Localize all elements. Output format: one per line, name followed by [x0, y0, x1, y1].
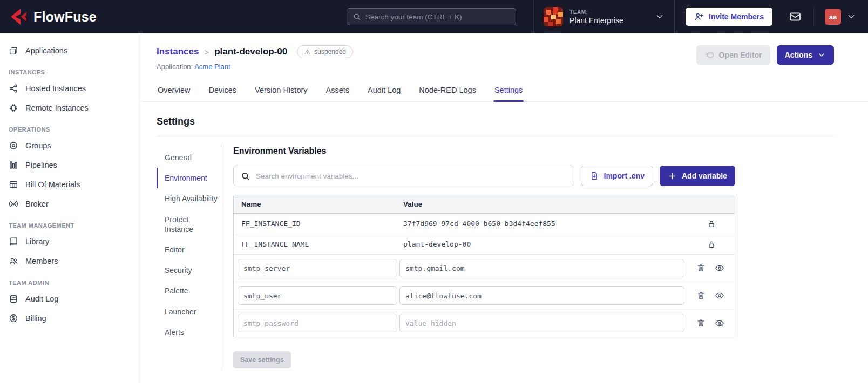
actions-button[interactable]: Actions: [777, 45, 834, 65]
delete-variable-button[interactable]: [695, 290, 707, 302]
sidebar-item-applications[interactable]: Applications: [0, 41, 141, 60]
trash-icon: [696, 291, 706, 300]
mail-icon: [789, 10, 802, 23]
sidebar-item-broker[interactable]: Broker: [0, 194, 141, 214]
row-actions: [686, 317, 732, 329]
team-search[interactable]: [347, 8, 516, 25]
toggle-visibility-button[interactable]: [714, 317, 725, 329]
page-title: plant-develop-00: [214, 46, 287, 57]
toggle-visibility-button[interactable]: [714, 262, 725, 274]
sidebar-item-members[interactable]: Members: [0, 251, 141, 271]
notifications-button[interactable]: [783, 8, 814, 26]
settings-heading: Settings: [157, 116, 853, 127]
sidebar-item-label: Hosted Instances: [25, 84, 86, 93]
tab-assets[interactable]: Assets: [325, 79, 351, 101]
chevron-down-icon: [655, 12, 664, 22]
sidebar-item-audit-log[interactable]: Audit Log: [0, 289, 141, 309]
team-name: Plant Enterprise: [569, 16, 648, 25]
subnav-protect-instance[interactable]: Protect Instance: [157, 209, 221, 240]
sidebar-item-groups[interactable]: Groups: [0, 136, 141, 155]
tab-overview[interactable]: Overview: [157, 79, 191, 101]
row-actions: [688, 220, 735, 228]
env-name-input[interactable]: [238, 314, 397, 332]
delete-variable-button[interactable]: [695, 262, 707, 274]
invite-wrap: Invite Members: [675, 8, 783, 26]
env-name-input[interactable]: [238, 259, 397, 277]
sidebar-section-team-management: TEAM MANAGEMENT: [0, 214, 141, 232]
application-link[interactable]: Acme Plant: [194, 63, 230, 71]
sidebar-item-bill-of-materials[interactable]: Bill Of Materials: [0, 175, 141, 194]
sidebar-item-remote-instances[interactable]: Remote Instances: [0, 98, 141, 118]
members-icon: [9, 256, 18, 266]
env-toolbar: Import .env Add variable: [233, 166, 735, 186]
user-menu[interactable]: aa: [814, 9, 859, 25]
navbar-right: TEAM: Plant Enterprise Invite Members aa: [533, 0, 859, 33]
pipelines-icon: [9, 160, 18, 170]
environment-panel: Environment Variables Import .env: [221, 144, 735, 371]
sidebar-item-hosted-instances[interactable]: Hosted Instances: [0, 79, 141, 98]
invite-members-button[interactable]: Invite Members: [686, 8, 772, 26]
env-search[interactable]: [233, 166, 574, 186]
breadcrumb-block: Instances > plant-develop-00 suspended A…: [157, 45, 353, 71]
sidebar-item-label: Broker: [25, 200, 49, 208]
breadcrumb-instances-link[interactable]: Instances: [157, 46, 199, 57]
sidebar-item-billing[interactable]: Billing: [0, 309, 141, 328]
sidebar-item-library[interactable]: Library: [0, 232, 141, 251]
tab-settings[interactable]: Settings: [493, 79, 524, 101]
column-header-actions: [688, 200, 735, 209]
flowfuse-logo[interactable]: FlowFuse: [9, 7, 97, 26]
main-content: Instances > plant-develop-00 suspended A…: [141, 33, 868, 383]
application-line: Application: Acme Plant: [157, 63, 353, 71]
tab-devices[interactable]: Devices: [207, 79, 238, 101]
env-name-input[interactable]: [238, 286, 397, 305]
row-actions: [686, 262, 732, 274]
subnav-general[interactable]: General: [157, 147, 221, 168]
search-icon: [352, 12, 361, 21]
table-header-row: Name Value: [234, 195, 735, 214]
subnav-alerts[interactable]: Alerts: [157, 322, 221, 343]
env-value-input[interactable]: [399, 259, 684, 277]
sidebar-item-pipelines[interactable]: Pipelines: [0, 155, 141, 175]
eye-off-icon: [715, 318, 724, 328]
status-badge: suspended: [297, 45, 353, 58]
tab-node-red-logs[interactable]: Node-RED Logs: [418, 79, 477, 101]
env-value: 37f7d969-97cd-4000-b650-b3d4f4eef855: [396, 214, 688, 234]
env-value-input[interactable]: [399, 314, 684, 332]
subnav-high-availability[interactable]: High Availability: [157, 188, 221, 209]
subnav-editor[interactable]: Editor: [157, 240, 221, 260]
subnav-security[interactable]: Security: [157, 260, 221, 281]
actions-label: Actions: [785, 51, 812, 59]
sidebar-item-label: Groups: [25, 141, 51, 150]
env-search-input[interactable]: [256, 172, 567, 180]
open-editor-label: Open Editor: [719, 51, 762, 59]
team-search-input[interactable]: [365, 13, 510, 21]
env-name: FF_INSTANCE_ID: [234, 214, 396, 234]
team-selector[interactable]: TEAM: Plant Enterprise: [533, 0, 675, 33]
add-variable-button[interactable]: Add variable: [660, 166, 735, 186]
import-env-button[interactable]: Import .env: [581, 166, 653, 186]
row-actions: [688, 240, 735, 249]
delete-variable-button[interactable]: [695, 317, 707, 329]
open-editor-button[interactable]: Open Editor: [696, 45, 770, 65]
env-value-input[interactable]: [399, 286, 684, 305]
user-plus-icon: [694, 12, 704, 22]
tab-audit-log[interactable]: Audit Log: [367, 79, 402, 101]
env-value-cell: [398, 312, 686, 334]
env-value-cell: [398, 285, 686, 306]
subnav-environment[interactable]: Environment: [157, 168, 221, 188]
toggle-visibility-button[interactable]: [714, 290, 725, 302]
tab-version-history[interactable]: Version History: [254, 79, 309, 101]
broker-icon: [9, 199, 18, 209]
team-label: TEAM:: [569, 9, 648, 15]
flowfuse-logo-icon: [9, 7, 28, 26]
subnav-launcher[interactable]: Launcher: [157, 302, 221, 322]
row-actions: [686, 290, 732, 302]
audit-log-icon: [9, 294, 18, 304]
import-file-icon: [589, 171, 599, 181]
subnav-palette[interactable]: Palette: [157, 281, 221, 301]
sidebar-item-label: Pipelines: [25, 161, 57, 169]
sidebar-section-instances: INSTANCES: [0, 60, 141, 79]
save-settings-button[interactable]: Save settings: [233, 351, 291, 368]
sidebar-item-label: Applications: [25, 46, 67, 55]
chevron-down-icon: [846, 12, 856, 22]
